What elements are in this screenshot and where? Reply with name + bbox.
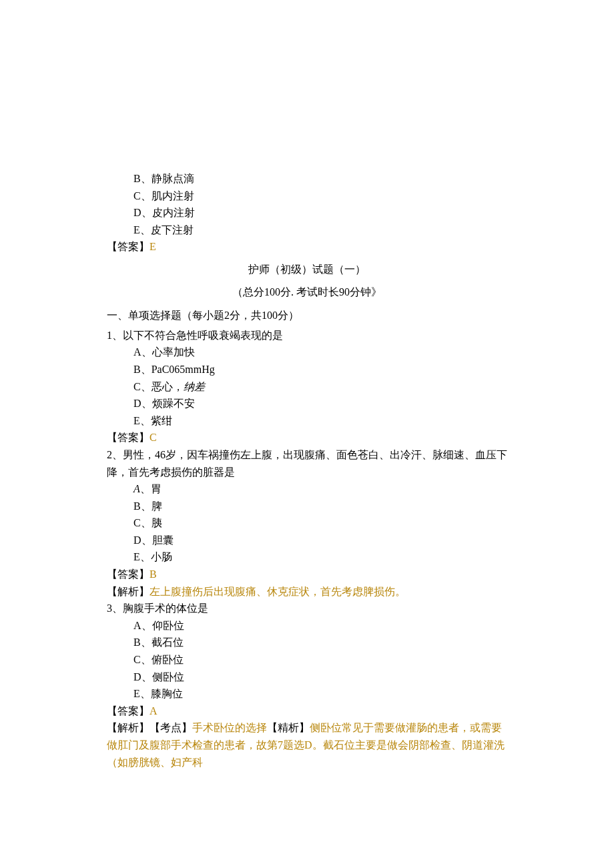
q3-answer-value: A — [149, 705, 158, 717]
section-header: 一、单项选择题（每小题2分，共100分） — [107, 307, 507, 324]
q2-answer-label: 【答案】 — [107, 568, 149, 580]
q1-option-a: A、心率加快 — [107, 344, 507, 361]
q1-stem: 1、以下不符合急性呼吸衰竭表现的是 — [107, 327, 507, 344]
q1-answer-value: C — [149, 432, 157, 443]
q2-option-d: D、胆囊 — [107, 532, 507, 549]
q2-option-b: B、脾 — [107, 498, 507, 515]
q2-option-a-suffix: 、胃 — [140, 483, 162, 494]
pre-option-e: E、皮下注射 — [107, 222, 507, 239]
pre-answer-line: 【答案】E — [107, 238, 507, 256]
q1-answer-line: 【答案】C — [107, 429, 507, 446]
pre-option-c: C、肌内注射 — [107, 187, 507, 205]
pre-answer-value: E — [149, 241, 156, 252]
q3-stem: 3、胸腹手术的体位是 — [107, 600, 507, 617]
q3-option-a: A、仰卧位 — [107, 617, 507, 634]
q1-option-b: B、PaC065mmHg — [107, 361, 507, 378]
pre-option-b: B、静脉点滴 — [107, 170, 507, 187]
q3-answer-label: 【答案】 — [107, 705, 149, 717]
pre-option-d: D、皮内注射 — [107, 204, 507, 222]
q2-option-a: A、胃 — [107, 480, 507, 498]
q2-option-e: E、小肠 — [107, 548, 507, 566]
q3-analysis-mid: 【精析】 — [267, 722, 310, 733]
pre-answer-label: 【答案】 — [107, 241, 149, 252]
q3-answer-line: 【答案】A — [107, 703, 507, 720]
q2-analysis-text: 左上腹撞伤后出现腹痛、休克症状，首先考虑脾损伤。 — [149, 586, 406, 597]
q3-option-e: E、膝胸位 — [107, 685, 507, 703]
q2-answer-value: B — [149, 568, 157, 580]
q2-analysis-line: 【解析】左上腹撞伤后出现腹痛、休克症状，首先考虑脾损伤。 — [107, 583, 507, 600]
exam-title: 护师（初级）试题（一） — [107, 261, 507, 278]
q3-analysis-part1: 手术卧位的选择 — [192, 722, 267, 733]
q3-option-d: D、侧卧位 — [107, 669, 507, 686]
q3-analysis-prefix: 【考点】 — [149, 722, 192, 733]
q3-analysis-line: 【解析】【考点】手术卧位的选择【精析】侧卧位常见于需要做灌肠的患者，或需要做肛门… — [107, 719, 507, 771]
q1-option-c-prefix: C、恶心， — [133, 381, 184, 392]
q1-answer-label: 【答案】 — [107, 432, 149, 443]
q1-option-d: D、烦躁不安 — [107, 395, 507, 412]
exam-subtitle: （总分100分. 考试时长90分钟》 — [107, 284, 507, 301]
q3-option-c: C、俯卧位 — [107, 651, 507, 669]
q1-option-c-italic: 纳差 — [184, 381, 205, 392]
q2-answer-line: 【答案】B — [107, 566, 507, 583]
q1-option-e: E、紫绀 — [107, 412, 507, 430]
q2-option-a-prefix: A — [133, 483, 140, 494]
q2-stem: 2、男性，46岁，因车祸撞伤左上腹，出现腹痛、面色苍白、出冷汗、脉细速、血压下降… — [107, 446, 507, 480]
q1-option-c: C、恶心，纳差 — [107, 378, 507, 396]
q2-analysis-label: 【解析】 — [107, 586, 149, 597]
q3-analysis-label: 【解析】 — [107, 722, 149, 733]
q2-option-c: C、胰 — [107, 514, 507, 532]
q3-option-b: B、截石位 — [107, 634, 507, 651]
